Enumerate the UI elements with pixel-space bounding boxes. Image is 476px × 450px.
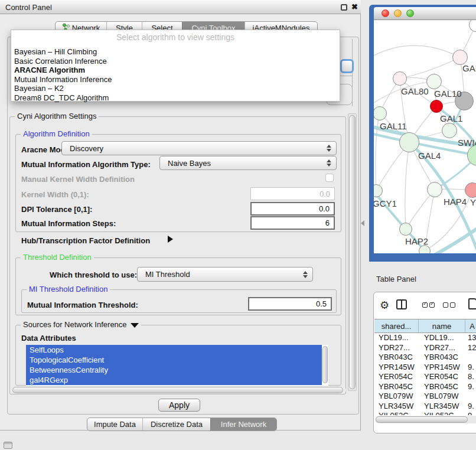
mi-threshold-field[interactable]: 0.5	[248, 297, 332, 311]
algorithm-options-list: Bayesian – Hill Climbing Basic Correlati…	[11, 47, 340, 102]
network-node[interactable]	[442, 123, 457, 138]
tab-discretize-data[interactable]: Discretize Data	[142, 418, 210, 431]
kernel-width-field[interactable]: 0.0	[250, 187, 335, 200]
network-node-selected[interactable]	[430, 100, 443, 113]
network-node[interactable]	[393, 71, 407, 86]
settings-vertical-scrollbar[interactable]	[348, 113, 357, 391]
table-row[interactable]: YBL079W YBL079W	[374, 392, 476, 402]
algorithm-combo-placeholder[interactable]: Select algorithm to view settings	[11, 32, 340, 42]
minimized-window-icon[interactable]	[4, 442, 12, 449]
minimize-window-icon[interactable]	[394, 9, 402, 17]
network-node[interactable]	[399, 132, 419, 152]
menu-item[interactable]: Basic Correlation Inference	[11, 57, 340, 66]
combo-arrows-icon	[303, 271, 308, 278]
network-view-window: GAL GAL80 GAL10 GAL1 GAL11 SWI4 GAL4 GCY…	[369, 5, 476, 262]
node-label: SWI4	[458, 138, 476, 148]
network-canvas[interactable]: GAL GAL80 GAL10 GAL1 GAL11 SWI4 GAL4 GCY…	[374, 20, 476, 253]
which-threshold-label: Which threshold to use:	[50, 270, 137, 279]
mi-steps-field[interactable]: 6	[250, 216, 335, 230]
control-panel-titlebar: Control Panel ✖	[0, 0, 361, 14]
collapse-arrow-icon	[131, 323, 139, 328]
settings-horizontal-scrollbar[interactable]	[12, 386, 346, 394]
gear-icon[interactable]: ⚙	[380, 299, 389, 312]
column-header[interactable]: name	[419, 319, 465, 332]
table-row[interactable]: YDL19... YDL19... 13	[374, 333, 476, 343]
screen: Control Panel ✖ Network Style Select	[0, 0, 476, 450]
menu-item[interactable]: Dream8 DC_TDC Algorithm	[11, 93, 340, 103]
table-row[interactable]: YER054C YER054C 8.	[374, 372, 476, 382]
select-all-checkboxes-icon[interactable]	[422, 302, 435, 308]
menu-item[interactable]: Bayesian – K2	[11, 84, 340, 93]
kernel-width-label: Kernel Width (0,1):	[21, 190, 89, 199]
expander-arrow-icon[interactable]	[168, 236, 173, 243]
manual-kernel-width-checkbox[interactable]	[325, 174, 334, 182]
list-item[interactable]: SelfLoops	[26, 345, 322, 355]
table-row[interactable]: YLR345W YLR345W 9.	[374, 402, 476, 412]
node-label: GAL11	[380, 121, 407, 131]
float-panel-icon[interactable]	[341, 4, 347, 11]
node-label: GAL10	[434, 89, 462, 99]
threshold-definition-title: Threshold Definition	[21, 253, 94, 262]
table-row[interactable]: YIL052C YIL052C 9	[374, 411, 476, 415]
node-label: HAP4	[444, 197, 467, 207]
scrollbar-thumb[interactable]	[12, 387, 343, 393]
splitter-collapse-icon[interactable]	[361, 220, 364, 226]
scrollbar-thumb[interactable]	[349, 115, 356, 389]
hidden-groupbox-line	[340, 76, 353, 76]
table-header-row: shared... name A	[374, 319, 476, 333]
mi-steps-label: Mutual Information Steps:	[21, 219, 116, 228]
node-label: HAP2	[405, 236, 428, 246]
data-attributes-list[interactable]: SelfLoops TopologicalCoefficient Between…	[26, 345, 328, 386]
tab-infer-network[interactable]: Infer Network	[210, 418, 276, 431]
column-header[interactable]: A	[465, 319, 476, 332]
scrollbar-thumb[interactable]	[376, 416, 468, 423]
tab-impute-data[interactable]: Impute Data	[87, 418, 142, 431]
network-node[interactable]	[427, 182, 442, 197]
algorithm-dropdown-popup: Select algorithm to view settings Bayesi…	[11, 30, 340, 102]
document-icon[interactable]	[468, 298, 476, 309]
table-row[interactable]: YBR045C YBR045C 9.	[374, 382, 476, 392]
node-label: GAL4	[418, 151, 441, 161]
cyni-algorithm-settings-title: Cyni Algorithm Settings	[15, 112, 99, 120]
hub-definition-expander-label[interactable]: Hub/Transcription Factor Definition	[21, 236, 150, 245]
hidden-focused-combo-arrow	[340, 59, 354, 73]
menu-item[interactable]: Mutual Information Inference	[11, 75, 340, 84]
deselect-all-checkboxes-icon[interactable]	[443, 302, 455, 308]
node-label: Y	[470, 197, 476, 207]
menu-item[interactable]: Bayesian – Hill Climbing	[11, 47, 340, 57]
table-panel: ⚙ shared... name A YDL19... YDL19... 13 …	[373, 292, 476, 433]
table-row[interactable]: YBR043C YBR043C	[374, 353, 476, 363]
which-threshold-combobox[interactable]: MI Threshold	[137, 267, 313, 282]
close-window-icon[interactable]	[382, 9, 389, 17]
network-node[interactable]	[419, 245, 431, 253]
column-header[interactable]: shared...	[374, 319, 419, 332]
bottom-tabbar: Impute Data Discretize Data Infer Networ…	[87, 418, 277, 431]
network-node[interactable]	[399, 223, 412, 236]
node-label: GCY1	[374, 198, 397, 208]
list-item[interactable]: BetweennessCentrality	[26, 365, 322, 375]
network-node[interactable]	[426, 74, 442, 89]
table-horizontal-scrollbar[interactable]	[375, 416, 476, 423]
table-row[interactable]: YDR27... YDR27... 12	[374, 343, 476, 353]
network-window-titlebar[interactable]	[374, 7, 476, 20]
aracne-mode-combobox[interactable]: Discovery	[61, 141, 337, 155]
node-label: GAL1	[440, 113, 462, 123]
mi-algorithm-type-combobox[interactable]: Naive Bayes	[159, 156, 337, 170]
table-body[interactable]: YDL19... YDL19... 13 YDR27... YDR27... 1…	[374, 333, 476, 415]
columns-icon[interactable]	[396, 299, 407, 309]
zoom-window-icon[interactable]	[406, 9, 414, 17]
close-panel-icon[interactable]: ✖	[351, 2, 358, 11]
list-item[interactable]: gal4RGexp	[26, 375, 322, 385]
mi-threshold-definition-title: MI Threshold Definition	[27, 285, 110, 294]
menu-item[interactable]: ARACNE Algorithm	[11, 66, 340, 75]
manual-kernel-width-label: Manual Kernel Width Definition	[21, 175, 135, 184]
apply-button[interactable]: Apply	[158, 399, 200, 412]
list-vertical-scrollbar[interactable]	[322, 346, 328, 383]
combo-arrows-icon	[327, 159, 331, 167]
network-node[interactable]	[465, 182, 476, 198]
data-attributes-label: Data Attributes	[21, 334, 76, 343]
dpi-tolerance-field[interactable]: 0.0	[250, 202, 335, 216]
list-item[interactable]: TopologicalCoefficient	[26, 355, 322, 365]
table-row[interactable]: YPR145W YPR145W 9.	[374, 363, 476, 373]
sources-group-title[interactable]: Sources for Network Inference	[21, 320, 141, 329]
